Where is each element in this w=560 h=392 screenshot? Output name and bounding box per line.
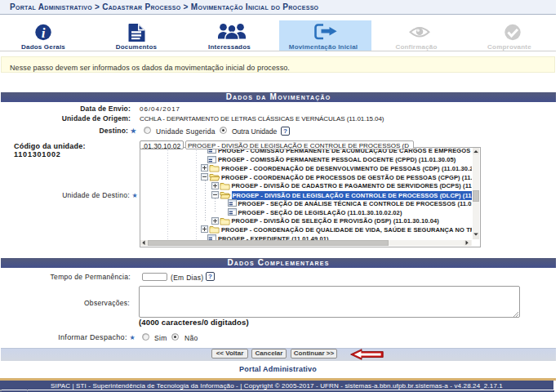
svg-text:i: i [42, 25, 46, 41]
